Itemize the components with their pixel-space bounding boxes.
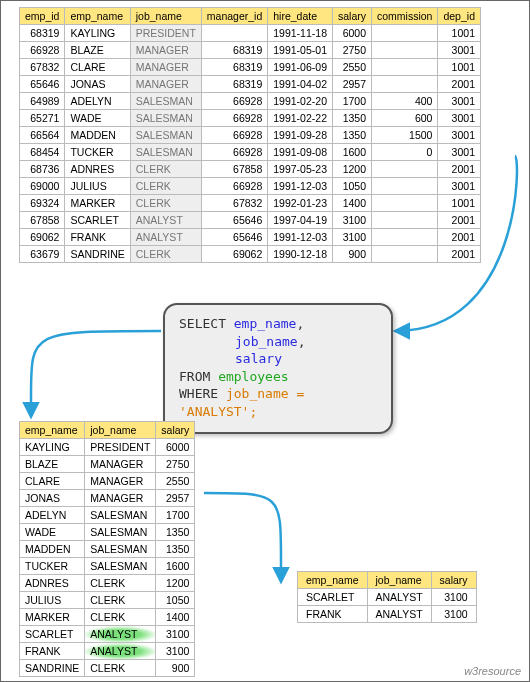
table-row: 65646JONASMANAGER683191991-04-0229572001 bbox=[20, 76, 481, 93]
table-row: MARKERCLERK1400 bbox=[20, 609, 195, 626]
col-emp_id: emp_id bbox=[20, 8, 65, 25]
col-hire_date: hire_date bbox=[268, 8, 333, 25]
footer-credit: w3resource bbox=[464, 665, 521, 677]
table-row: WADESALESMAN1350 bbox=[20, 524, 195, 541]
col-job_name: job_name bbox=[85, 422, 156, 439]
col-commission: commission bbox=[372, 8, 438, 25]
table-row: 63679SANDRINECLERK690621990-12-189002001 bbox=[20, 246, 481, 263]
table-row: TUCKERSALESMAN1600 bbox=[20, 558, 195, 575]
col-job_name: job_name bbox=[130, 8, 201, 25]
sql-table: employees bbox=[218, 369, 288, 384]
sql-keyword: SELECT bbox=[179, 316, 234, 331]
table-row: 65271WADESALESMAN669281991-02-2213506003… bbox=[20, 110, 481, 127]
table-row: BLAZEMANAGER2750 bbox=[20, 456, 195, 473]
col-manager_id: manager_id bbox=[201, 8, 267, 25]
table-row: SCARLETANALYST3100 bbox=[20, 626, 195, 643]
table-row: 69324MARKERCLERK678321992-01-2314001001 bbox=[20, 195, 481, 212]
col-salary: salary bbox=[431, 572, 476, 589]
table-row: 68454TUCKERSALESMAN669281991-09-08160003… bbox=[20, 144, 481, 161]
col-emp_name: emp_name bbox=[65, 8, 130, 25]
table-row: ADELYNSALESMAN1700 bbox=[20, 507, 195, 524]
table-row: FRANKANALYST3100 bbox=[20, 643, 195, 660]
table-row: 69062FRANKANALYST656461991-12-0331002001 bbox=[20, 229, 481, 246]
sql-column: emp_name bbox=[234, 316, 297, 331]
table-row: ADNRESCLERK1200 bbox=[20, 575, 195, 592]
table-row: JONASMANAGER2957 bbox=[20, 490, 195, 507]
table-row: KAYLINGPRESIDENT6000 bbox=[20, 439, 195, 456]
col-job_name: job_name bbox=[367, 572, 431, 589]
sql-column: salary bbox=[235, 351, 282, 366]
col-salary: salary bbox=[156, 422, 195, 439]
sql-keyword: FROM bbox=[179, 369, 218, 384]
source-table: emp_idemp_namejob_namemanager_idhire_dat… bbox=[19, 7, 481, 263]
table-row: 69000JULIUSCLERK669281991-12-0310503001 bbox=[20, 178, 481, 195]
table-header-row: emp_namejob_namesalary bbox=[20, 422, 195, 439]
table-row: 64989ADELYNSALESMAN669281991-02-20170040… bbox=[20, 93, 481, 110]
table-row: 67832CLAREMANAGER683191991-06-0925501001 bbox=[20, 59, 481, 76]
col-salary: salary bbox=[332, 8, 371, 25]
table-row: FRANKANALYST3100 bbox=[298, 606, 477, 623]
table-row: 67858SCARLETANALYST656461997-04-19310020… bbox=[20, 212, 481, 229]
table-row: 66928BLAZEMANAGER683191991-05-0127503001 bbox=[20, 42, 481, 59]
table-row: JULIUSCLERK1050 bbox=[20, 592, 195, 609]
col-emp_name: emp_name bbox=[20, 422, 85, 439]
table-header-row: emp_namejob_namesalary bbox=[298, 572, 477, 589]
table-row: 68319KAYLINGPRESIDENT1991-11-1860001001 bbox=[20, 25, 481, 42]
table-row: SCARLETANALYST3100 bbox=[298, 589, 477, 606]
sql-column: job_name bbox=[235, 334, 298, 349]
sql-query-box: SELECT emp_name, job_name, salary FROM e… bbox=[163, 303, 393, 434]
sql-keyword: WHERE bbox=[179, 386, 226, 401]
projection-table: emp_namejob_namesalaryKAYLINGPRESIDENT60… bbox=[19, 421, 195, 677]
col-dep_id: dep_id bbox=[438, 8, 481, 25]
table-row: 66564MADDENSALESMAN669281991-09-28135015… bbox=[20, 127, 481, 144]
col-emp_name: emp_name bbox=[298, 572, 368, 589]
table-row: 68736ADNRESCLERK678581997-05-2312002001 bbox=[20, 161, 481, 178]
result-table: emp_namejob_namesalarySCARLETANALYST3100… bbox=[297, 571, 477, 623]
table-row: SANDRINECLERK900 bbox=[20, 660, 195, 677]
table-header-row: emp_idemp_namejob_namemanager_idhire_dat… bbox=[20, 8, 481, 25]
diagram-canvas: emp_idemp_namejob_namemanager_idhire_dat… bbox=[0, 0, 530, 682]
table-row: CLAREMANAGER2550 bbox=[20, 473, 195, 490]
table-row: MADDENSALESMAN1350 bbox=[20, 541, 195, 558]
